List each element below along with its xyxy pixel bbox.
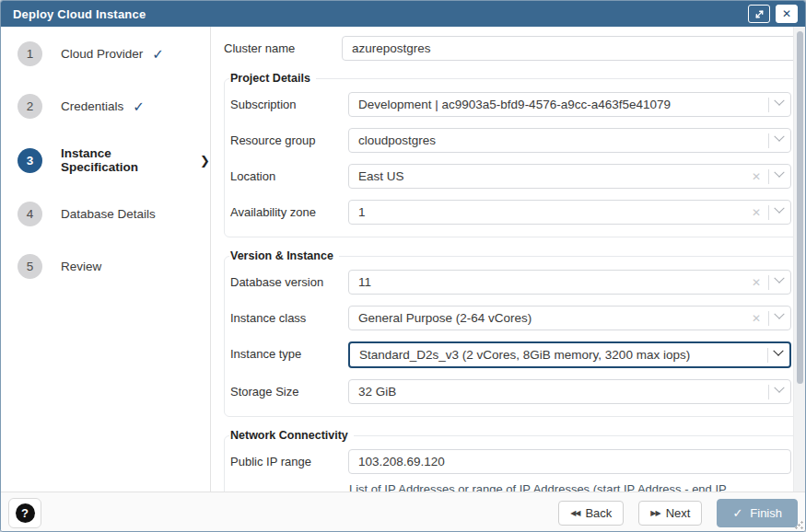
double-right-arrow-icon: ▶▶	[650, 509, 660, 517]
step-label: Database Details	[61, 207, 156, 221]
sidebar-step-credentials[interactable]: 2Credentials✓	[18, 94, 210, 119]
section-network-connectivity: Network ConnectivityPublic IP rangeList …	[224, 429, 800, 492]
finish-button[interactable]: ✓ Finish	[717, 499, 798, 527]
section-legend: Project Details	[229, 72, 316, 85]
sidebar-step-database-details[interactable]: 4Database Details	[18, 202, 210, 226]
chevron-right-icon: ❯	[200, 154, 210, 168]
subscription-row: SubscriptionDevelopment | ac9903a5-bfd9-…	[230, 92, 791, 117]
dialog-title: Deploy Cloud Instance	[13, 7, 742, 21]
instance-type-select[interactable]: Standard_D2s_v3 (2 vCores, 8GiB memory, …	[348, 341, 791, 368]
next-button[interactable]: ▶▶ Next	[638, 501, 702, 526]
check-icon: ✓	[152, 46, 164, 63]
availability-zone-select[interactable]: 1✕	[348, 200, 791, 225]
step-number-badge: 4	[18, 202, 42, 226]
dialog-titlebar[interactable]: Deploy Cloud Instance ✕	[1, 1, 805, 27]
select-divider	[768, 275, 769, 290]
section-version-instance: Version & InstanceDatabase version11✕Ins…	[224, 249, 800, 417]
resource-group-label: Resource group	[230, 128, 348, 147]
resource-group-row: Resource groupcloudpostgres	[230, 128, 791, 153]
resize-grip-icon[interactable]	[795, 521, 803, 529]
sidebar-step-instance-specification[interactable]: 3Instance Specification❯	[18, 146, 210, 174]
instance-type-row: Instance typeStandard_D2s_v3 (2 vCores, …	[230, 341, 791, 368]
cluster-name-input[interactable]	[342, 36, 800, 61]
clear-icon[interactable]: ✕	[750, 277, 763, 288]
location-select[interactable]: East US✕	[348, 164, 791, 189]
select-divider	[768, 133, 769, 148]
database-version-row: Database version11✕	[230, 270, 791, 295]
selected-value: cloudpostgres	[358, 133, 763, 147]
location-row: LocationEast US✕	[230, 164, 791, 189]
step-number-badge: 3	[18, 148, 42, 173]
section-project-details: Project DetailsSubscriptionDevelopment |…	[224, 72, 800, 237]
selected-value: 32 GiB	[358, 385, 763, 399]
chevron-down-icon[interactable]	[773, 346, 783, 356]
maximize-button[interactable]	[748, 5, 770, 23]
instance-class-row: Instance classGeneral Purpose (2-64 vCor…	[230, 306, 791, 330]
step-label: Credentials	[61, 99, 123, 113]
availability-zone-row: Availability zone1✕	[230, 200, 791, 225]
step-label: Review	[61, 260, 101, 273]
storage-size-select[interactable]: 32 GiB	[348, 379, 791, 404]
form-sections: Project DetailsSubscriptionDevelopment |…	[224, 72, 800, 492]
chevron-down-icon[interactable]	[774, 383, 784, 393]
chevron-down-icon[interactable]	[774, 132, 784, 142]
step-label: Instance Specification	[61, 146, 191, 174]
expand-arrows-icon	[754, 9, 765, 19]
sidebar-step-review[interactable]: 5Review	[18, 254, 210, 279]
chevron-down-icon[interactable]	[774, 309, 784, 319]
cluster-name-label: Cluster name	[224, 36, 342, 55]
chevron-down-icon[interactable]	[774, 203, 784, 214]
selected-value: 11	[358, 275, 750, 289]
check-icon: ✓	[732, 506, 742, 520]
double-left-arrow-icon: ◀◀	[570, 509, 579, 517]
sidebar-step-cloud-provider[interactable]: 1Cloud Provider✓	[18, 41, 210, 66]
instance-class-select[interactable]: General Purpose (2-64 vCores)✕	[348, 306, 791, 330]
back-button-label: Back	[585, 506, 612, 520]
selected-value: 1	[358, 205, 750, 219]
public-ip-range-label: Public IP range	[230, 449, 348, 468]
section-legend: Version & Instance	[229, 249, 339, 262]
selected-value: Development | ac9903a5-bfd9-4576-a9cc-a4…	[358, 98, 763, 111]
public-ip-range-input[interactable]	[348, 449, 791, 474]
database-version-select[interactable]: 11✕	[348, 270, 791, 295]
dialog-footer: ? ◀◀ Back ▶▶ Next ✓ Finish	[1, 492, 805, 532]
database-version-label: Database version	[230, 270, 348, 289]
check-icon: ✓	[133, 98, 145, 115]
select-divider	[767, 348, 768, 363]
deploy-cloud-instance-dialog: Deploy Cloud Instance ✕ 1Cloud Provider✓…	[0, 0, 806, 532]
selected-value: East US	[358, 169, 750, 183]
selected-value: Standard_D2s_v3 (2 vCores, 8GiB memory, …	[359, 348, 762, 362]
subscription-select[interactable]: Development | ac9903a5-bfd9-4576-a9cc-a4…	[348, 92, 791, 117]
step-number-badge: 1	[18, 41, 42, 66]
finish-button-label: Finish	[750, 506, 782, 520]
subscription-label: Subscription	[230, 92, 348, 111]
instance-type-label: Instance type	[230, 341, 348, 361]
resource-group-select[interactable]: cloudpostgres	[348, 128, 791, 153]
selected-value: General Purpose (2-64 vCores)	[358, 311, 750, 325]
field-help-text: List of IP Addresses or range of IP Addr…	[348, 481, 791, 492]
public-ip-range-row: Public IP rangeList of IP Addresses or r…	[230, 449, 791, 492]
clear-icon[interactable]: ✕	[750, 207, 763, 218]
location-label: Location	[230, 164, 348, 183]
help-button[interactable]: ?	[8, 498, 41, 528]
close-icon: ✕	[782, 8, 791, 19]
vertical-scrollbar[interactable]	[793, 27, 805, 492]
select-divider	[768, 169, 769, 184]
section-legend: Network Connectivity	[229, 429, 354, 442]
clear-icon[interactable]: ✕	[750, 313, 763, 324]
chevron-down-icon[interactable]	[774, 168, 784, 178]
cluster-name-row: Cluster name	[224, 36, 800, 61]
chevron-down-icon[interactable]	[774, 96, 784, 106]
storage-size-label: Storage Size	[230, 379, 348, 399]
help-icon: ?	[16, 503, 35, 523]
scrollbar-thumb[interactable]	[797, 31, 803, 384]
step-label: Cloud Provider	[61, 47, 143, 61]
clear-icon[interactable]: ✕	[750, 171, 763, 182]
next-button-label: Next	[666, 506, 691, 520]
close-button[interactable]: ✕	[776, 5, 798, 23]
chevron-down-icon[interactable]	[774, 273, 784, 283]
back-button[interactable]: ◀◀ Back	[558, 501, 624, 526]
step-number-badge: 2	[18, 94, 42, 119]
select-divider	[768, 205, 769, 220]
step-number-badge: 5	[18, 254, 42, 279]
